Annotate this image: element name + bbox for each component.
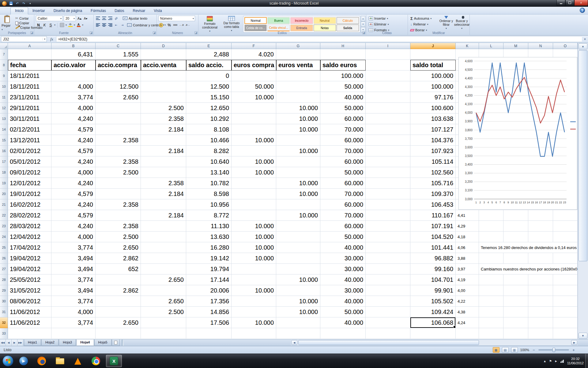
row-header-27[interactable]: 27 [0, 264, 8, 274]
find-select-button[interactable]: Buscar y seleccionar▾ [454, 15, 469, 30]
insert-cells-button[interactable]: +Insertar▾ [369, 16, 389, 21]
orientation-button[interactable]: ab [114, 16, 119, 21]
cell-style-chip[interactable]: Celda vincul... [267, 25, 290, 31]
column-header-J[interactable]: J [410, 43, 456, 49]
cell-K22[interactable]: 4,41 [456, 210, 479, 221]
cell-C7[interactable]: 1.555 [96, 49, 141, 60]
cell-D20[interactable]: 2.184 [141, 189, 186, 199]
cell-C15[interactable]: 2.358 [96, 135, 141, 146]
cell-I8[interactable] [366, 60, 410, 71]
cell-I24[interactable] [366, 232, 410, 242]
cell-D12[interactable]: 2.500 [141, 103, 186, 113]
row-header-25[interactable]: 25 [0, 242, 8, 253]
font-color-dropdown-icon[interactable]: ▾ [82, 24, 83, 26]
cell-A17[interactable]: 05/01/2012 [8, 156, 51, 167]
decrease-indent-button[interactable]: ⇤ [114, 22, 119, 28]
cell-I19[interactable] [366, 178, 410, 189]
cell-F7[interactable]: 4.020 [232, 49, 276, 60]
taskbar-firefox[interactable] [34, 355, 50, 367]
underline-dropdown-icon[interactable]: ▾ [54, 24, 55, 26]
cell-F12[interactable] [232, 103, 276, 113]
cell-F24[interactable]: 10.000 [232, 232, 276, 242]
cell-H28[interactable]: 40.000 [320, 274, 366, 285]
cell-C13[interactable] [96, 113, 141, 124]
bold-button[interactable]: N [36, 22, 41, 28]
close-button[interactable]: × [574, 0, 588, 6]
view-page-break-button[interactable]: ▥ [511, 347, 518, 353]
cell-B13[interactable]: 4,240 [51, 113, 96, 124]
help-button[interactable]: ? [580, 8, 585, 13]
cell-J28[interactable]: 104.701 [410, 274, 456, 285]
cell-A11[interactable]: 23/11/2011 [8, 92, 51, 103]
cell-H9[interactable]: 100.000 [320, 71, 366, 81]
cell-H7[interactable] [320, 49, 366, 60]
cell-G25[interactable] [276, 242, 320, 253]
cell-K23[interactable]: 4,29 [456, 221, 479, 232]
show-desktop-button[interactable] [585, 354, 588, 368]
cell-I17[interactable] [366, 156, 410, 167]
cell-D14[interactable]: 2.184 [141, 124, 186, 135]
cell-style-chip[interactable]: Entrada [290, 25, 313, 31]
cell-style-chip[interactable]: Cálculo [337, 17, 359, 24]
dialog-launcher-icon[interactable]: ◢ [362, 31, 365, 34]
cell-G33[interactable] [276, 328, 320, 339]
name-box[interactable]: J32▾ [1, 36, 47, 42]
cell-D10[interactable] [141, 81, 186, 92]
cell-style-chip[interactable]: Neutral [314, 17, 336, 24]
cell-L23[interactable] [479, 221, 503, 232]
align-top-button[interactable] [95, 16, 100, 21]
row-header-32[interactable]: 32 [0, 317, 8, 328]
cell-O30[interactable] [553, 296, 578, 307]
cell-A14[interactable]: 02/12/2011 [8, 124, 51, 135]
row-header-24[interactable]: 24 [0, 232, 8, 242]
cell-E16[interactable]: 8.282 [186, 146, 232, 156]
cell-E20[interactable]: 8.598 [186, 189, 232, 199]
cell-D13[interactable]: 2.358 [141, 113, 186, 124]
align-bottom-button[interactable] [107, 16, 113, 21]
cell-G18[interactable] [276, 167, 320, 178]
network-icon[interactable] [560, 359, 564, 363]
cell-N24[interactable] [528, 232, 553, 242]
shrink-font-button[interactable]: A▾ [83, 16, 88, 21]
cell-C30[interactable] [96, 296, 141, 307]
cell-I10[interactable] [366, 81, 410, 92]
cell-D19[interactable]: 2.358 [141, 178, 186, 189]
cell-M33[interactable] [503, 328, 528, 339]
cell-I11[interactable] [366, 92, 410, 103]
cell-G23[interactable] [276, 221, 320, 232]
conditional-format-button[interactable]: Formato condicional▾ [200, 15, 220, 33]
sheet-tab-hoja4[interactable]: Hoja4 [76, 339, 94, 346]
cell-H30[interactable]: 40.000 [320, 296, 366, 307]
cell-E31[interactable]: 14.856 [186, 307, 232, 317]
cell-L33[interactable] [479, 328, 503, 339]
cell-H14[interactable]: 70.000 [320, 124, 366, 135]
cell-F10[interactable]: 50.000 [232, 81, 276, 92]
cell-B33[interactable] [51, 328, 96, 339]
cell-H26[interactable]: 30.000 [320, 253, 366, 264]
cell-G27[interactable] [276, 264, 320, 274]
cell-F15[interactable]: 10.000 [232, 135, 276, 146]
tab-scroll-right-icon[interactable]: ▶ [12, 339, 17, 346]
cell-I16[interactable] [366, 146, 410, 156]
cell-J15[interactable]: 104.376 [410, 135, 456, 146]
formula-input[interactable]: =H32+(E32*B32) [56, 36, 582, 42]
taskbar-clock[interactable]: 20:32 11/06/2012 [567, 357, 584, 366]
cell-D30[interactable]: 2.650 [141, 296, 186, 307]
column-header-I[interactable]: I [366, 43, 410, 49]
zoom-out-button[interactable]: − [532, 348, 536, 352]
cell-D15[interactable] [141, 135, 186, 146]
format-as-table-button[interactable]: Dar formato como tabla▾ [221, 15, 242, 32]
column-header-C[interactable]: C [96, 43, 141, 49]
cell-B10[interactable]: 4,000 [51, 81, 96, 92]
cell-C14[interactable] [96, 124, 141, 135]
cell-M31[interactable] [503, 307, 528, 317]
cell-J32[interactable]: 106.068 [410, 317, 456, 328]
cell-I30[interactable] [366, 296, 410, 307]
dialog-launcher-icon[interactable]: ◢ [30, 31, 33, 34]
paste-button[interactable]: Pegar ▾ [2, 16, 13, 31]
dialog-launcher-icon[interactable]: ◢ [90, 31, 93, 34]
decrease-decimal-button[interactable]: .0→ [185, 22, 190, 28]
cell-E19[interactable]: 10.782 [186, 178, 232, 189]
cell-H19[interactable]: 60.000 [320, 178, 366, 189]
cell-B28[interactable]: 3,774 [51, 274, 96, 285]
